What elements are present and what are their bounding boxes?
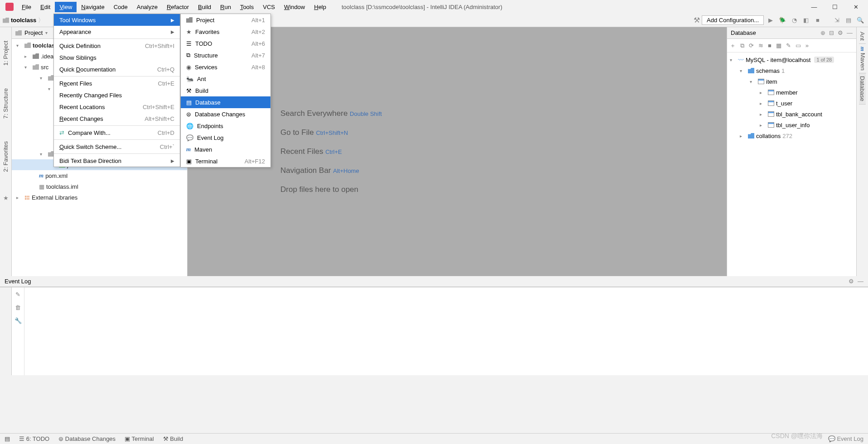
menu-file[interactable]: File: [17, 2, 36, 12]
stop-icon[interactable]: ■: [768, 42, 772, 49]
gear-icon[interactable]: ⚙: [849, 278, 854, 285]
menu-refactor[interactable]: Refactor: [162, 2, 193, 12]
gutter-favorites[interactable]: 2: Favorites: [2, 141, 9, 172]
status-dbchanges[interactable]: ⊜ Database Changes: [58, 435, 116, 442]
structure-icon[interactable]: ▤: [844, 15, 854, 25]
collapse-icon[interactable]: ⊟: [829, 29, 834, 36]
gutter-structure[interactable]: 7: Structure: [2, 88, 9, 119]
debug-icon[interactable]: 🪲: [777, 15, 787, 25]
view-menu-recently-changed-files[interactable]: Recently Changed Files: [54, 89, 180, 101]
database-title: Database: [731, 29, 756, 36]
status-build[interactable]: ⚒ Build: [163, 435, 183, 442]
editor-hint: Navigation Bar Alt+Home: [280, 166, 359, 175]
status-todo[interactable]: ☰ 6: TODO: [19, 435, 49, 442]
editor-hint: Recent Files Ctrl+E: [280, 147, 342, 156]
menu-navigate[interactable]: Navigate: [77, 2, 109, 12]
editor-hint: Search Everywhere Double Shift: [280, 109, 382, 118]
event-log-title: Event Log: [5, 278, 31, 285]
run-icon[interactable]: ▶: [766, 15, 776, 25]
table-icon[interactable]: ▦: [776, 42, 781, 49]
app-icon: [5, 3, 14, 11]
status-eventlog[interactable]: 💬 Event Log: [828, 435, 863, 442]
window-controls: — ☐ ✕: [804, 0, 866, 14]
statusbar: ▤ ☰ 6: TODO ⊜ Database Changes ▣ Termina…: [0, 433, 868, 444]
stop-icon[interactable]: ■: [813, 15, 823, 25]
toolwin-project[interactable]: ProjectAlt+1: [181, 14, 270, 26]
toolwin-database[interactable]: ▤Database: [181, 96, 270, 108]
view-menu-compare-with-[interactable]: ⇄Compare With...Ctrl+D: [54, 127, 180, 138]
add-configuration-button[interactable]: Add Configuration...: [702, 15, 764, 25]
wrench-icon[interactable]: 🔧: [14, 317, 22, 324]
watermark: CSDN @嘿你法海: [771, 432, 823, 440]
coverage-icon[interactable]: ◔: [789, 15, 799, 25]
menu-code[interactable]: Code: [109, 2, 132, 12]
edit-icon[interactable]: ✎: [15, 291, 20, 298]
menu-vcs[interactable]: VCS: [258, 2, 280, 12]
toolwin-maven[interactable]: mMaven: [181, 143, 270, 155]
menu-build[interactable]: Build: [193, 2, 216, 12]
view-menu-recent-files[interactable]: Recent FilesCtrl+E: [54, 77, 180, 89]
profiler-icon[interactable]: ◧: [801, 15, 811, 25]
toolwin-database-changes[interactable]: ⊜Database Changes: [181, 108, 270, 120]
search-icon[interactable]: 🔍: [855, 15, 865, 25]
toolwin-event-log[interactable]: 💬Event Log: [181, 132, 270, 143]
copy-icon[interactable]: ⧉: [740, 42, 744, 49]
gutter-project[interactable]: 1: Project: [2, 41, 9, 66]
view-menu-dropdown: Tool Windows▶Appearance▶Quick Definition…: [53, 14, 180, 167]
edit-icon[interactable]: ✎: [786, 42, 791, 49]
event-log-panel: ✎ 🗑 🔧: [0, 287, 868, 375]
toolwin-services[interactable]: ◉ServicesAlt+8: [181, 61, 270, 73]
refresh-icon[interactable]: ⟳: [749, 42, 754, 49]
view-menu-recent-locations[interactable]: Recent LocationsCtrl+Shift+E: [54, 101, 180, 113]
view-menu-quick-documentation[interactable]: Quick DocumentationCtrl+Q: [54, 63, 180, 75]
toolwin-ant[interactable]: 🐜Ant: [181, 73, 270, 85]
titlebar: FileEditViewNavigateCodeAnalyzeRefactorB…: [0, 0, 868, 14]
console-icon[interactable]: ▭: [796, 42, 801, 49]
view-menu-tool-windows[interactable]: Tool Windows▶: [54, 14, 180, 26]
tool-windows-submenu: ProjectAlt+1★FavoritesAlt+2☰TODOAlt+6⧉St…: [180, 14, 271, 167]
minimize-button[interactable]: —: [804, 0, 825, 14]
menu-help[interactable]: Help: [309, 2, 331, 12]
menu-run[interactable]: Run: [216, 2, 236, 12]
toolwin-structure[interactable]: ⧉StructureAlt+7: [181, 49, 270, 61]
view-menu-quick-switch-scheme-[interactable]: Quick Switch Scheme...Ctrl+`: [54, 141, 180, 153]
hide-icon[interactable]: —: [858, 278, 863, 285]
target-icon[interactable]: ⊕: [820, 29, 825, 36]
toolwin-todo[interactable]: ☰TODOAlt+6: [181, 38, 270, 49]
gear-icon[interactable]: ⚙: [838, 29, 843, 36]
folder-icon: [3, 18, 9, 23]
menu-view[interactable]: View: [55, 2, 77, 12]
gutter-ant[interactable]: Ant: [859, 27, 866, 44]
view-menu-bidi-text-base-direction[interactable]: Bidi Text Base Direction▶: [54, 155, 180, 167]
add-icon[interactable]: ＋: [730, 42, 736, 50]
breadcrumb[interactable]: toolclass 〉: [3, 16, 44, 24]
toolwin-favorites[interactable]: ★FavoritesAlt+2: [181, 26, 270, 38]
database-tree[interactable]: ▾〰MySQL - item@localhost1 of 28 ▾schemas…: [727, 53, 856, 143]
filter-icon[interactable]: ≋: [758, 42, 763, 49]
status-terminal[interactable]: ▣ Terminal: [125, 435, 154, 442]
database-panel: Database ⊕ ⊟ ⚙ — ＋ ⧉ ⟳ ≋ ■ ▦ ✎ ▭ » ▾〰MyS…: [727, 27, 856, 276]
maximize-button[interactable]: ☐: [825, 0, 845, 14]
view-menu-appearance[interactable]: Appearance▶: [54, 26, 180, 38]
menubar: FileEditViewNavigateCodeAnalyzeRefactorB…: [17, 2, 331, 12]
window-title: toolclass [D:\ssmcode\toolclass] - Intel…: [342, 4, 502, 10]
hide-icon[interactable]: —: [847, 29, 853, 36]
event-log-toolbar: ✎ 🗑 🔧: [12, 287, 24, 375]
menu-analyze[interactable]: Analyze: [132, 2, 162, 12]
menu-edit[interactable]: Edit: [36, 2, 55, 12]
trash-icon[interactable]: 🗑: [15, 304, 21, 311]
menu-tools[interactable]: Tools: [236, 2, 258, 12]
gutter-maven[interactable]: m Maven: [859, 44, 866, 74]
view-menu-show-siblings[interactable]: Show Siblings: [54, 52, 180, 63]
gutter-database[interactable]: Database: [859, 73, 866, 105]
more-icon[interactable]: »: [805, 42, 809, 49]
view-menu-quick-definition[interactable]: Quick DefinitionCtrl+Shift+I: [54, 40, 180, 52]
view-menu-recent-changes[interactable]: Recent ChangesAlt+Shift+C: [54, 113, 180, 124]
build-icon[interactable]: ⚒: [694, 16, 700, 24]
git-icon[interactable]: ⇲: [832, 15, 842, 25]
toolwin-terminal[interactable]: ▣TerminalAlt+F12: [181, 155, 270, 167]
toolwin-build[interactable]: ⚒Build: [181, 85, 270, 96]
close-button[interactable]: ✕: [845, 0, 866, 14]
menu-window[interactable]: Window: [280, 2, 309, 12]
toolwin-endpoints[interactable]: 🌐Endpoints: [181, 120, 270, 132]
